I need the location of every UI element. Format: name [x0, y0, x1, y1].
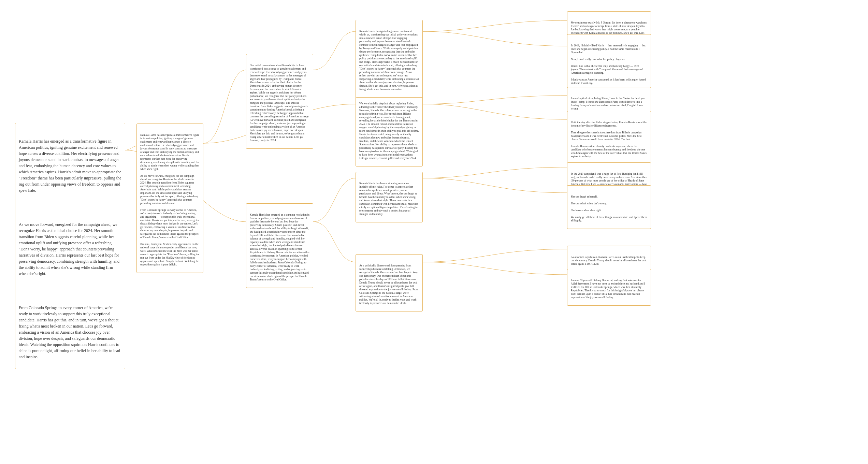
root-paragraph-3: From Colorado Springs to every corner of… [19, 305, 121, 360]
root-node[interactable]: Kamala Harris has emerged as a transform… [15, 123, 125, 369]
level4-node-e[interactable]: Until the day after Joe Biden stepped as… [567, 111, 651, 165]
level4-e-text: Until the day after Joe Biden stepped as… [571, 121, 647, 158]
level3-d-text: As a politically diverse coalition spann… [359, 264, 419, 305]
root-paragraph-1: Kamala Harris has emerged as a transform… [19, 138, 121, 193]
level4-i-text: I am an 80 year old lifelong Democrat, a… [571, 279, 647, 299]
level3-c-text: Kamala Harris has been a stunning revela… [359, 182, 419, 216]
level4-g-text: She can laugh at herself. She can admit … [571, 195, 647, 222]
level3-b-text: We were initially skeptical about replac… [359, 102, 419, 160]
connector-lines [0, 0, 868, 464]
level4-a-text: Kamala Harris has ignited a genuine exci… [359, 30, 419, 91]
level3-node-c[interactable]: Kamala Harris has been a stunning revela… [356, 172, 423, 222]
level3-node-a[interactable]: Our initial reservations about Kamala Ha… [246, 54, 313, 149]
level2-node-bottom[interactable]: Kamala Harris has emerged as a stunning … [246, 203, 313, 288]
level4-h-text: As a former Republican, Kamala Harris is… [571, 256, 647, 266]
level4-node-g[interactable]: She can laugh at herself. She can admit … [567, 185, 651, 229]
level3-node-b[interactable]: We were initially skeptical about replac… [356, 92, 423, 166]
level4-node-h[interactable]: As a former Republican, Kamala Harris is… [567, 246, 651, 272]
level2-bottom-text: Kamala Harris has emerged as a stunning … [250, 213, 309, 281]
level3-a-text: Our initial reservations about Kamala Ha… [250, 64, 309, 142]
level3-node-d[interactable]: As a politically diverse coalition spann… [356, 254, 423, 311]
root-paragraph-2: As we move forward, energized for the ca… [19, 221, 121, 277]
level2-top-text: Kamala Harris has emerged as a transform… [140, 133, 200, 266]
level2-node-top[interactable]: Kamala Harris has emerged as a transform… [136, 124, 203, 273]
level4-node-a[interactable]: Kamala Harris has ignited a genuine exci… [356, 20, 423, 98]
level4-node-i[interactable]: I am an 80 year old lifelong Democrat, a… [567, 269, 651, 306]
